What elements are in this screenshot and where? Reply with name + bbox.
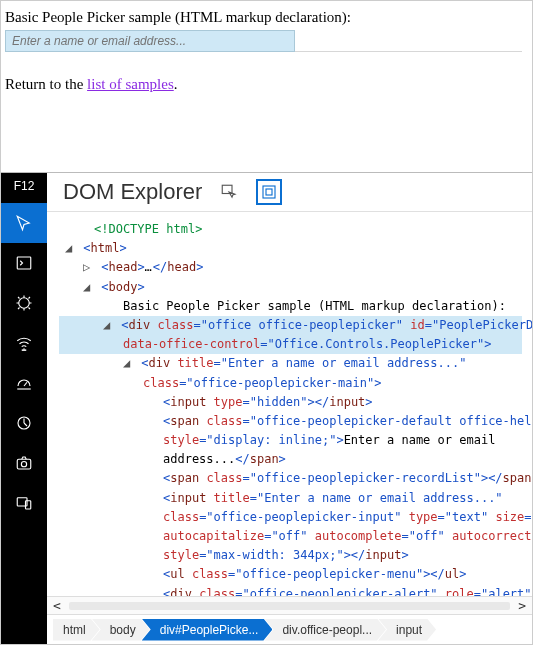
rail-console[interactable] [1, 243, 47, 283]
rail-debugger[interactable] [1, 283, 47, 323]
crumb-html[interactable]: html [53, 619, 100, 641]
crumb-office-peoplepicker-main[interactable]: div.office-peopl... [264, 619, 386, 641]
body-text-node[interactable]: Basic People Picker sample (HTML markup … [123, 299, 506, 313]
rail-network[interactable] [1, 323, 47, 363]
svg-rect-0 [17, 257, 31, 269]
doctype-node[interactable]: <!DOCTYPE html> [94, 222, 202, 236]
crumb-peoplepickerdiv[interactable]: div#PeoplePicke... [142, 619, 273, 641]
svg-point-1 [19, 298, 30, 309]
f12-label: F12 [14, 173, 35, 203]
devtools-main: DOM Explorer <!DOCTYPE html> ◢ <html> ▷ … [47, 173, 532, 644]
crumb-body[interactable]: body [92, 619, 150, 641]
rail-memory[interactable] [1, 403, 47, 443]
rail-performance[interactable] [1, 363, 47, 403]
scroll-track[interactable] [69, 602, 510, 610]
devtools-header: DOM Explorer [47, 173, 532, 212]
sample-title: Basic People Picker sample (HTML markup … [5, 9, 522, 26]
return-suffix: . [174, 76, 178, 92]
scroll-right[interactable]: > [518, 598, 526, 613]
return-prefix: Return to the [5, 76, 87, 92]
svg-rect-3 [22, 349, 27, 351]
peoplepicker-underline [295, 30, 522, 52]
selected-node[interactable]: ◢ <div class="office office-peoplepicker… [59, 316, 522, 354]
rail-screenshot[interactable] [1, 443, 47, 483]
sample-page: Basic People Picker sample (HTML markup … [1, 1, 532, 173]
highlight-dom-button[interactable] [256, 179, 282, 205]
dom-tree[interactable]: <!DOCTYPE html> ◢ <html> ▷ <head>…</head… [47, 212, 532, 596]
devtools-title: DOM Explorer [63, 179, 202, 205]
pick-element-button[interactable] [216, 179, 242, 205]
svg-rect-5 [17, 459, 31, 469]
list-of-samples-link[interactable]: list of samples [87, 76, 174, 92]
rail-select-element[interactable] [1, 203, 47, 243]
svg-rect-8 [26, 501, 31, 509]
return-line: Return to the list of samples. [5, 76, 522, 93]
crumb-input[interactable]: input [378, 619, 436, 641]
devtools-rail: F12 [1, 173, 47, 644]
breadcrumb-bar: html body div#PeoplePicke... div.office-… [47, 614, 532, 644]
svg-rect-11 [266, 189, 272, 195]
rail-emulation[interactable] [1, 483, 47, 523]
hscroll-bar[interactable]: < > [47, 596, 532, 614]
svg-point-6 [21, 462, 26, 467]
devtools-panel: F12 [1, 173, 532, 644]
peoplepicker-input[interactable] [5, 30, 295, 52]
svg-rect-10 [263, 186, 275, 198]
scroll-left[interactable]: < [53, 598, 61, 613]
